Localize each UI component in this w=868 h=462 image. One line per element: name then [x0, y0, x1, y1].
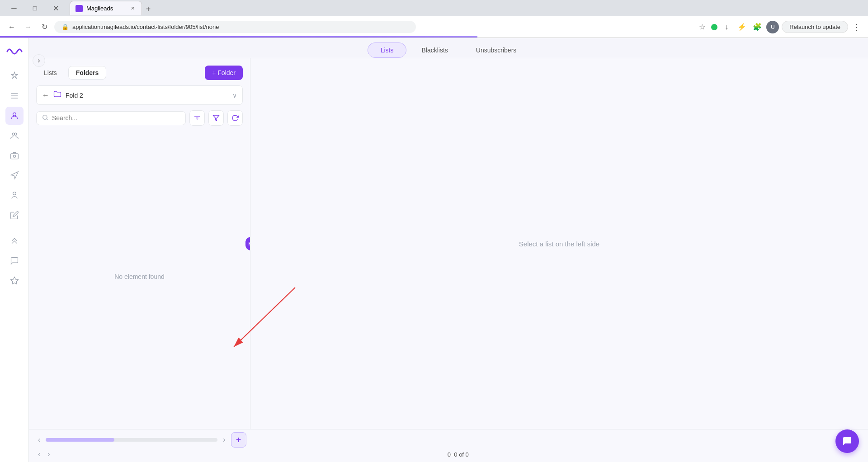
prev-page-button[interactable]: ‹: [36, 449, 42, 459]
green-status-dot: [711, 24, 717, 30]
sidebar-item-rocket[interactable]: [5, 67, 24, 85]
menu-button[interactable]: ⋮: [851, 20, 863, 34]
sort-button[interactable]: [189, 110, 205, 126]
panel-tab-lists[interactable]: Lists: [36, 66, 65, 80]
profile-avatar[interactable]: U: [766, 21, 779, 33]
address-bar: ← → ↻ 🔒 application.magileads.io/contact…: [0, 16, 868, 38]
tab-close-button[interactable]: ✕: [129, 5, 136, 12]
chat-bubble-button[interactable]: [835, 429, 859, 453]
panel-resizer[interactable]: [245, 237, 250, 250]
browser-tab[interactable]: Magileads ✕: [70, 1, 142, 15]
breadcrumb-row: ← Fold 2 ∨: [36, 85, 243, 105]
url-secure-icon: 🔒: [61, 24, 69, 30]
folder-icon: [53, 90, 62, 101]
content-panels: Lists Folders + Folder ← Fold 2 ∨: [29, 58, 868, 429]
add-folder-button[interactable]: + Folder: [205, 66, 243, 80]
sidebar-item-list[interactable]: [5, 87, 24, 105]
search-input[interactable]: [52, 114, 180, 122]
sidebar-divider: [7, 228, 22, 228]
svg-rect-6: [10, 154, 18, 159]
panel-header: Lists Folders + Folder: [36, 66, 243, 80]
sidebar-item-camera[interactable]: [5, 146, 24, 165]
toolbar-icons: ☆ ↓ ⚡ 🧩 U Relaunch to update ⋮: [696, 20, 863, 34]
back-nav-button[interactable]: ←: [5, 21, 18, 33]
download-icon[interactable]: ↓: [720, 21, 733, 33]
tab-unsubscribers[interactable]: Unsubscribers: [463, 42, 529, 58]
maximize-button[interactable]: □: [24, 1, 45, 15]
right-panel: Select a list on the left side: [250, 58, 868, 429]
left-panel: Lists Folders + Folder ← Fold 2 ∨: [29, 58, 250, 429]
svg-point-10: [43, 115, 47, 119]
expand-sidebar-button[interactable]: ›: [33, 54, 45, 67]
svg-point-5: [14, 133, 17, 135]
scroll-right-button[interactable]: ›: [221, 435, 227, 445]
forward-nav-button[interactable]: →: [22, 21, 34, 33]
panel-tab-folders[interactable]: Folders: [68, 66, 107, 80]
sidebar-item-user2[interactable]: [5, 186, 24, 204]
svg-point-8: [13, 192, 16, 195]
sidebar-item-chat[interactable]: [5, 252, 24, 270]
browser-chrome: ─ □ ✕ Magileads ✕ +: [0, 0, 868, 16]
extension-icon[interactable]: ⚡: [736, 21, 748, 33]
main-content: › Lists Blacklists Unsubscribers Lists F…: [29, 38, 868, 462]
app-layout: › Lists Blacklists Unsubscribers Lists F…: [0, 38, 868, 462]
svg-point-4: [12, 133, 14, 135]
relaunch-button[interactable]: Relaunch to update: [782, 21, 848, 33]
search-row: [36, 110, 243, 126]
new-tab-button[interactable]: +: [142, 3, 155, 15]
url-text: application.magileads.io/contact-lists/f…: [72, 24, 219, 30]
filter-button[interactable]: [208, 110, 224, 126]
sidebar: [0, 38, 29, 462]
empty-state: No element found: [36, 131, 243, 422]
add-list-button[interactable]: +: [231, 432, 246, 448]
scrollbar-thumb: [46, 438, 114, 442]
sidebar-item-launch[interactable]: [5, 232, 24, 250]
tab-title: Magileads: [86, 5, 113, 12]
breadcrumb-chevron[interactable]: ∨: [232, 92, 237, 99]
window-controls: ─ □ ✕: [4, 1, 66, 15]
bookmark-icon[interactable]: ☆: [696, 21, 708, 33]
svg-point-7: [13, 155, 15, 157]
svg-marker-15: [213, 115, 219, 121]
tab-favicon: [75, 5, 83, 12]
close-button[interactable]: ✕: [45, 1, 66, 15]
refresh-button[interactable]: [227, 110, 243, 126]
tab-lists[interactable]: Lists: [368, 42, 407, 58]
right-panel-placeholder: Select a list on the left side: [519, 240, 599, 248]
breadcrumb-back-button[interactable]: ←: [42, 91, 49, 99]
bottom-bar: ‹ › + ‹ › 0–0 of 0: [29, 429, 868, 462]
puzzle-icon[interactable]: 🧩: [751, 21, 764, 33]
search-box[interactable]: [36, 111, 186, 125]
reload-button[interactable]: ↻: [38, 21, 51, 33]
sidebar-logo: [5, 42, 24, 61]
search-icon: [42, 114, 48, 122]
sidebar-item-campaigns[interactable]: [5, 166, 24, 184]
svg-point-3: [13, 113, 16, 116]
tab-blacklists[interactable]: Blacklists: [408, 42, 461, 58]
sidebar-item-star[interactable]: [5, 272, 24, 290]
scrollbar-track[interactable]: [46, 438, 217, 442]
scroll-left-button[interactable]: ‹: [36, 435, 42, 445]
loading-bar: [0, 36, 477, 38]
sidebar-item-team[interactable]: [5, 127, 24, 145]
breadcrumb-folder-name: Fold 2: [66, 92, 229, 99]
svg-marker-9: [10, 277, 18, 284]
pagination-text: 0–0 of 0: [56, 451, 861, 458]
svg-line-11: [47, 118, 48, 120]
top-tabs-bar: › Lists Blacklists Unsubscribers: [29, 38, 868, 58]
minimize-button[interactable]: ─: [4, 1, 24, 15]
sidebar-item-edit[interactable]: [5, 206, 24, 224]
next-page-button[interactable]: ›: [46, 449, 52, 459]
sidebar-item-contacts[interactable]: [5, 107, 24, 125]
url-bar[interactable]: 🔒 application.magileads.io/contact-lists…: [54, 21, 416, 33]
